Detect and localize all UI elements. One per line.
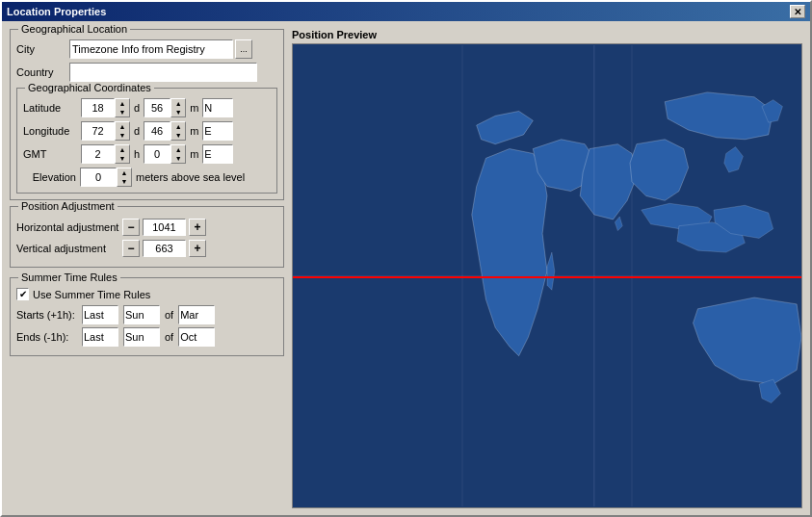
map-container — [292, 43, 802, 508]
city-label: City — [16, 43, 69, 55]
title-bar: Location Properties ✕ — [2, 2, 810, 21]
lon-d-spinner: ▲▼ — [81, 121, 130, 141]
geo-coords-group: Geographical Coordinates Latitude ▲▼ d ▲… — [16, 88, 277, 194]
starts-row: Starts (+1h): LastFirstSecondThirdFourth… — [16, 305, 277, 324]
lat-m-input[interactable] — [144, 98, 170, 117]
lon-d-unit: d — [134, 125, 140, 137]
latitude-row: Latitude ▲▼ d ▲▼ m NS — [23, 98, 271, 117]
country-input[interactable] — [69, 63, 257, 82]
gmt-label: GMT — [23, 148, 79, 160]
h-minus-button[interactable]: − — [122, 219, 140, 236]
starts-day-select[interactable]: SunMonTueWedThuFriSat — [123, 305, 160, 324]
v-minus-button[interactable]: − — [122, 240, 140, 257]
starts-of-label: of — [165, 309, 173, 321]
gmt-h-spinner: ▲▼ — [81, 144, 130, 164]
lat-d-arrows[interactable]: ▲▼ — [115, 98, 130, 117]
ends-day-select[interactable]: SunMonTueWedThuFriSat — [123, 327, 160, 347]
elevation-row: Elevation ▲▼ meters above sea level — [23, 168, 271, 187]
h-adj-label: Horizontal adjustment — [16, 221, 122, 233]
starts-when-select[interactable]: LastFirstSecondThirdFourth — [82, 305, 118, 324]
gmt-m-spinner: ▲▼ — [144, 144, 186, 164]
v-adj-label: Vertical adjustment — [16, 243, 122, 254]
pos-adjustment-title: Position Adjustment — [18, 200, 118, 212]
h-adj-row: Horizontal adjustment − + — [16, 219, 277, 236]
lat-m-unit: m — [190, 102, 198, 114]
pos-adjustment-group: Position Adjustment Horizontal adjustmen… — [10, 206, 284, 268]
longitude-label: Longitude — [23, 125, 79, 137]
gmt-row: GMT ▲▼ h ▲▼ m EW — [23, 144, 271, 164]
lon-m-input[interactable] — [144, 121, 170, 141]
ends-of-label: of — [165, 331, 173, 343]
lat-m-arrows[interactable]: ▲▼ — [170, 98, 186, 117]
preview-title: Position Preview — [292, 29, 802, 40]
lon-m-arrows[interactable]: ▲▼ — [170, 121, 186, 141]
gmt-h-unit: h — [134, 148, 140, 160]
elevation-input[interactable] — [80, 168, 117, 187]
h-plus-button[interactable]: + — [189, 219, 206, 236]
geo-coords-title: Geographical Coordinates — [25, 82, 154, 93]
v-adj-row: Vertical adjustment − + — [16, 240, 277, 257]
longitude-row: Longitude ▲▼ d ▲▼ m EW — [23, 121, 271, 141]
city-input[interactable] — [69, 39, 233, 59]
summer-time-title: Summer Time Rules — [18, 271, 120, 283]
v-adj-input[interactable] — [143, 240, 186, 257]
right-panel: Position Preview — [292, 29, 802, 508]
location-properties-window: Location Properties ✕ Geographical Locat… — [0, 0, 812, 517]
gmt-m-input[interactable] — [144, 144, 170, 164]
summer-time-group: Summer Time Rules ✔ Use Summer Time Rule… — [10, 277, 284, 356]
lon-d-arrows[interactable]: ▲▼ — [115, 121, 130, 141]
elevation-arrows[interactable]: ▲▼ — [117, 168, 132, 187]
window-title: Location Properties — [7, 6, 106, 17]
city-row: City ... — [16, 39, 277, 59]
lat-d-spinner: ▲▼ — [81, 98, 130, 117]
starts-label: Starts (+1h): — [16, 309, 79, 321]
use-summer-time-row: ✔ Use Summer Time Rules — [16, 288, 277, 300]
lon-dir-select[interactable]: EW — [202, 121, 233, 141]
ends-month-select[interactable]: JanFebMarAprMayJunJulAugSepOctNovDec — [178, 327, 215, 347]
elevation-unit: meters above sea level — [136, 171, 245, 183]
city-browse-button[interactable]: ... — [235, 39, 252, 59]
lon-d-input[interactable] — [81, 121, 115, 141]
geo-location-title: Geographical Location — [18, 23, 130, 35]
crosshair-horizontal — [293, 276, 801, 278]
lat-d-unit: d — [134, 102, 140, 114]
h-adj-input[interactable] — [143, 219, 186, 236]
geo-location-group: Geographical Location City ... Country G… — [10, 29, 284, 200]
country-label: Country — [16, 66, 69, 78]
lon-m-unit: m — [190, 125, 198, 137]
close-button[interactable]: ✕ — [790, 5, 805, 18]
content-area: Geographical Location City ... Country G… — [2, 21, 810, 516]
lat-d-input[interactable] — [81, 98, 115, 117]
elevation-label: Elevation — [23, 171, 76, 183]
use-summer-time-label: Use Summer Time Rules — [33, 289, 150, 300]
use-summer-time-checkbox[interactable]: ✔ — [16, 288, 29, 300]
country-row: Country — [16, 63, 277, 82]
ends-row: Ends (-1h): LastFirstSecondThirdFourth S… — [16, 327, 277, 347]
v-plus-button[interactable]: + — [189, 240, 206, 257]
starts-month-select[interactable]: JanFebMarAprMayJunJulAugSepOctNovDec — [178, 305, 215, 324]
ends-when-select[interactable]: LastFirstSecondThirdFourth — [82, 327, 118, 347]
left-panel: Geographical Location City ... Country G… — [10, 29, 284, 508]
lat-dir-select[interactable]: NS — [202, 98, 233, 117]
gmt-h-arrows[interactable]: ▲▼ — [115, 144, 130, 164]
gmt-m-unit: m — [190, 148, 198, 160]
lon-m-spinner: ▲▼ — [144, 121, 186, 141]
gmt-m-arrows[interactable]: ▲▼ — [170, 144, 186, 164]
elevation-spinner: ▲▼ — [80, 168, 132, 187]
ends-label: Ends (-1h): — [16, 331, 79, 343]
pos-adj-content: Horizontal adjustment − + Vertical adjus… — [16, 219, 277, 257]
gmt-h-input[interactable] — [81, 144, 115, 164]
gmt-dir-select[interactable]: EW — [202, 144, 233, 164]
lat-m-spinner: ▲▼ — [144, 98, 186, 117]
latitude-label: Latitude — [23, 102, 79, 114]
